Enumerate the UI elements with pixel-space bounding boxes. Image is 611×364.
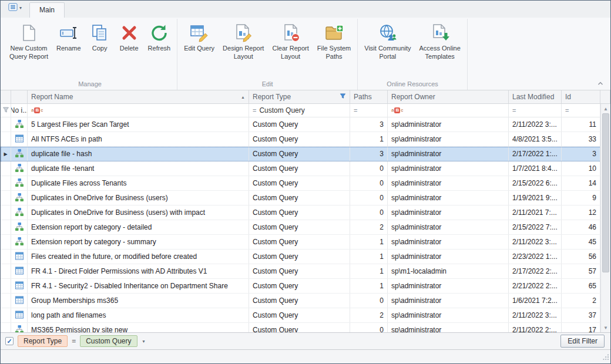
row-indicator-cell [1,117,11,132]
cell-paths: 0 [350,161,388,176]
table-report-icon [15,295,24,306]
arrow-up-icon[interactable]: ▲ [601,104,610,113]
table-report-icon [15,251,24,262]
filter-cell-report-type[interactable]: =Custom Query [249,104,350,117]
table-row[interactable]: Duplicate Files across TenantsCustom Que… [1,176,610,191]
cell-id: 56 [562,250,600,264]
header-icon-column[interactable] [11,90,28,103]
cell-id: 45 [562,235,600,249]
table-row[interactable]: 5 Largest Files per Scan TargetCustom Qu… [1,117,610,132]
report-icon-cell [11,117,28,132]
cell-last-modified: 2/15/2022 7:... [509,220,562,234]
table-row[interactable]: ▶duplicate file - hashCustom Query3sp\ad… [1,147,610,161]
cell-report-type: Custom Query [249,323,350,332]
vertical-scrollbar[interactable]: ▲ ▼ [600,104,610,332]
filter-cell-id[interactable]: = [562,104,600,117]
refresh-icon [150,23,169,42]
cell-report-owner: sp\administrator [388,132,509,146]
filter-cell-report-owner[interactable]: aBc [388,104,509,117]
cell-id: 65 [562,279,600,293]
filter-cell-value: Custom Query [259,106,304,114]
cell-report-owner: sp\administrator [388,161,509,176]
ribbon-button-file-system-paths[interactable]: File System Paths [314,21,354,63]
header-paths[interactable]: Paths [350,90,388,103]
cell-report-name: MS365 Permission by site new [28,323,249,332]
arrow-down-icon[interactable]: ▼ [601,323,610,332]
tab-label: Main [39,6,55,14]
ribbon-button-access-online-templates[interactable]: Access Online Templates [416,21,464,63]
table-row[interactable]: duplicate file -tenantCustom Query0sp\ad… [1,161,610,176]
ribbon-tab-bar: ▾ Main [1,1,610,18]
tab-main[interactable]: Main [29,2,65,18]
edit-filter-button[interactable]: Edit Filter [560,335,605,348]
collapse-ribbon-button[interactable] [595,79,606,88]
header-report-name[interactable]: Report Name ▲ [28,90,249,103]
table-row[interactable]: Group Memberships ms365Custom Query0sp\a… [1,294,610,308]
table-row[interactable]: Extension report by category - detailedC… [1,220,610,235]
filter-cell-last-modified[interactable]: = [509,104,562,117]
ribbon-button-visit-community-portal[interactable]: Visit Community Portal [361,21,414,63]
header-label: Report Name [31,93,73,101]
online-templates-icon [431,23,449,42]
cell-id: 33 [562,132,600,146]
table-report-icon [15,281,24,292]
ribbon-button-design-report-layout[interactable]: Design Report Layout [219,21,267,63]
table-row[interactable]: MS365 Permission by site newCustom Query… [1,323,610,332]
application-menu-button[interactable]: ▾ [4,1,26,15]
cell-paths: 0 [350,294,388,308]
scrollbar-thumb[interactable] [602,113,609,272]
table-row[interactable]: Extension report by category - summaryCu… [1,235,610,250]
ribbon-button-clear-report-layout[interactable]: Clear Report Layout [268,21,312,63]
header-last-modified[interactable]: Last Modified [509,90,562,103]
cell-report-owner: sp\administrator [388,147,509,161]
table-row[interactable]: Files created in the future, or modified… [1,250,610,264]
resize-grip-icon[interactable] [602,353,609,362]
chevron-down-icon[interactable]: ▾ [142,338,146,345]
table-row[interactable]: long path and filenamesCustom Query2sp\a… [1,308,610,323]
ribbon-button-edit-query[interactable]: Edit Query [180,21,218,55]
funnel-icon[interactable] [340,93,346,101]
filter-value-chip[interactable]: Custom Query [80,335,137,347]
cell-last-modified: 2/15/2022 6:... [509,176,562,190]
table-row[interactable]: All NTFS ACEs in pathCustom Query1sp\adm… [1,132,610,147]
ribbon-button-copy[interactable]: Copy [86,21,114,55]
header-report-owner[interactable]: Report Owner [388,90,509,103]
edit-query-icon [190,23,209,42]
scrollbar-track[interactable] [601,113,610,323]
cell-id: 12 [562,205,600,220]
table-row[interactable]: Duplicates in OneDrive for Business (use… [1,191,610,205]
cell-report-name: Extension report by category - detailed [28,220,249,234]
report-icon-cell [11,264,28,278]
cell-report-name: FR 4.1 - Direct Folder Permissions with … [28,264,249,278]
table-row[interactable]: Duplicates in OneDrive for Business (use… [1,205,610,220]
equals-operator-icon: = [253,107,256,114]
ribbon-button-label: File System Paths [317,45,351,61]
table-row[interactable]: FR 4.1 - Security2 - Disabled Inheritanc… [1,279,610,294]
filter-cell-report-name[interactable]: aBc [28,104,249,117]
chevron-down-icon: ▾ [19,5,22,11]
header-id[interactable]: Id [562,90,600,103]
report-icon-cell [11,279,28,293]
header-report-type[interactable]: Report Type [249,90,350,103]
cell-report-type: Custom Query [249,279,350,293]
cell-report-owner: sp\administrator [388,176,509,190]
cell-report-type: Custom Query [249,117,350,132]
filter-cell-paths[interactable]: = [350,104,388,117]
ribbon-group-online-resources: Visit Community PortalAccess Online Temp… [358,19,468,90]
table-row[interactable]: FR 4.1 - Direct Folder Permissions with … [1,264,610,279]
custom-query-icon [15,325,24,333]
equals-operator-icon: = [565,107,569,114]
ribbon-button-refresh[interactable]: Refresh [145,21,174,55]
filter-enabled-checkbox[interactable] [5,337,14,345]
cell-id: 17 [562,323,600,332]
ribbon-button-rename[interactable]: Rename [53,21,85,55]
ribbon-button-delete[interactable]: Delete [115,21,143,55]
filter-cell-icon[interactable]: No i... [11,104,28,117]
cell-id: 37 [562,308,600,322]
abc-operator-icon: aBc [391,107,403,113]
cell-report-owner: sp\administrator [388,308,509,322]
cell-report-type: Custom Query [249,176,350,190]
cell-report-type: Custom Query [249,205,350,220]
ribbon-button-new-custom-query-report[interactable]: New Custom Query Report [6,21,52,63]
filter-field-chip[interactable]: Report Type [18,335,68,347]
